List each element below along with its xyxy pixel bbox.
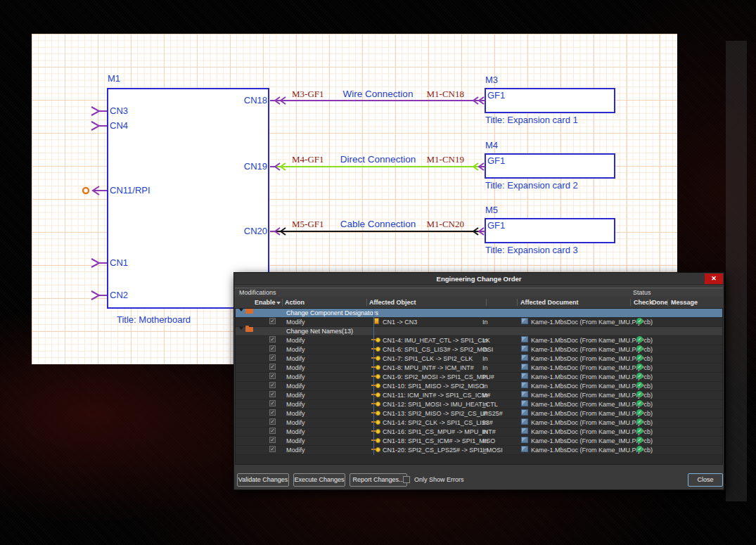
ecq-row[interactable]: ✓ModifyCN1-7: SPI1_CLK -> SPI2_CLKInKame… bbox=[236, 354, 722, 364]
ecq-row[interactable]: ✓ModifyCN1-18: SPI1_CS_ICM# -> SPI1_MISO… bbox=[236, 437, 722, 446]
net-icon bbox=[371, 391, 380, 397]
ecq-group-row[interactable]: Change Net Names(13) bbox=[236, 327, 722, 336]
ecq-row[interactable]: ✓ModifyCN1-11: ICM_INT# -> SPI1_CS_ICM#I… bbox=[236, 391, 722, 400]
col-affected-object[interactable]: Affected Object bbox=[369, 297, 416, 308]
row-enable-checkbox[interactable]: ✓ bbox=[269, 409, 276, 416]
row-document: Kame-1.MbsDoc (From Kame_IMU.PrjPcb) bbox=[531, 428, 653, 437]
col-affected-document[interactable]: Affected Document bbox=[520, 297, 579, 308]
card-m4-port[interactable]: GF1 bbox=[487, 155, 505, 166]
ecq-row[interactable]: ✓ModifyCN1-14: SPI2_CLK -> SPI1_CS_LIS3#… bbox=[236, 418, 722, 428]
net-icon bbox=[371, 364, 380, 370]
card-m3-title[interactable]: Title: Expansion card 1 bbox=[485, 115, 578, 125]
net-icon bbox=[371, 336, 380, 342]
pin-label-cn2[interactable]: CN2 bbox=[110, 290, 128, 300]
group-label: Change Component Designators bbox=[286, 309, 378, 318]
card-m3-port[interactable]: GF1 bbox=[487, 90, 505, 101]
row-document: Kame-1.MbsDoc (From Kame_IMU.PrjPcb) bbox=[531, 336, 653, 345]
document-icon bbox=[521, 400, 528, 406]
row-in-label: In bbox=[482, 446, 488, 455]
close-button[interactable]: Close bbox=[688, 473, 723, 487]
net-label-m1-cn20[interactable]: M1-CN20 bbox=[419, 219, 464, 230]
net-icon bbox=[371, 354, 380, 361]
pin-label-cn1[interactable]: CN1 bbox=[110, 257, 128, 268]
pin-label-cn3[interactable]: CN3 bbox=[110, 105, 128, 116]
group-label: Change Net Names(13) bbox=[286, 327, 353, 336]
only-show-errors-checkbox[interactable] bbox=[403, 476, 410, 483]
row-enable-checkbox[interactable]: ✓ bbox=[269, 364, 276, 370]
ecq-row[interactable]: ✓ModifyCN1-8: MPU_INT# -> ICM_INT#InKame… bbox=[236, 364, 722, 373]
status-check-icon: ✓ bbox=[636, 409, 643, 416]
card-m5-designator[interactable]: M5 bbox=[485, 205, 498, 215]
row-action: Modify bbox=[286, 400, 305, 409]
row-enable-checkbox[interactable]: ✓ bbox=[269, 318, 276, 324]
folder-icon bbox=[245, 309, 253, 314]
row-in-label: In bbox=[482, 391, 488, 400]
row-document: Kame-1.MbsDoc (From Kame_IMU.PrjPcb) bbox=[531, 364, 653, 373]
row-enable-checkbox[interactable]: ✓ bbox=[269, 437, 276, 443]
execute-changes-button[interactable]: Execute Changes bbox=[293, 473, 345, 487]
row-object: CN1-9: SPI2_MOSI -> SPI1_CS_MPU# bbox=[383, 373, 494, 382]
row-enable-checkbox[interactable]: ✓ bbox=[269, 345, 276, 352]
ecq-row[interactable]: ✓ModifyCN1-10: SPI1_MISO -> SPI2_MISOInK… bbox=[236, 382, 722, 391]
row-enable-checkbox[interactable]: ✓ bbox=[269, 382, 276, 388]
ecq-row[interactable]: ✓ModifyCN1-6: SPI1_CS_LIS3# -> SPI2_MOSI… bbox=[236, 345, 722, 354]
card-m4-title[interactable]: Title: Expansion card 2 bbox=[485, 180, 578, 191]
filter-caret-icon[interactable] bbox=[276, 302, 281, 304]
report-changes-button[interactable]: Report Changes... bbox=[350, 473, 407, 487]
pin-label-cn4[interactable]: CN4 bbox=[110, 120, 128, 131]
close-icon[interactable]: ✕ bbox=[705, 274, 723, 284]
row-in-label: In bbox=[482, 418, 488, 428]
status-check-icon: ✓ bbox=[636, 437, 643, 443]
ecq-row[interactable]: ✓ModifyCN1-20: SPI2_CS_LPS25# -> SPI1_MO… bbox=[236, 446, 722, 455]
ecq-row[interactable]: ✓ModifyCN1-13: SPI2_MISO -> SPI2_CS_LPS2… bbox=[236, 409, 722, 418]
expander-icon[interactable] bbox=[239, 309, 243, 312]
port-label-cn18[interactable]: CN18 bbox=[225, 95, 267, 105]
card-m5-title[interactable]: Title: Expansion card 3 bbox=[485, 245, 578, 255]
ecq-row[interactable]: ✓ModifyCN1-4: IMU_HEAT_CTL -> SPI1_CLKIn… bbox=[236, 336, 722, 345]
motherboard-designator[interactable]: M1 bbox=[108, 73, 120, 84]
motherboard-title[interactable]: Title: Motherboard bbox=[117, 314, 191, 325]
net-label-m1-cn19[interactable]: M1-CN19 bbox=[419, 154, 464, 165]
net-icon bbox=[371, 345, 380, 352]
ecq-row[interactable]: ✓ModifyCN1-9: SPI2_MOSI -> SPI1_CS_MPU#I… bbox=[236, 373, 722, 382]
row-object: CN1-18: SPI1_CS_ICM# -> SPI1_MISO bbox=[383, 437, 495, 446]
pin-label-cn11-rpi[interactable]: CN11/RPI bbox=[110, 185, 150, 195]
row-enable-checkbox[interactable]: ✓ bbox=[269, 428, 276, 434]
col-enable[interactable]: Enable bbox=[255, 297, 276, 308]
background-band bbox=[726, 41, 747, 501]
ecq-group-row[interactable]: Change Component Designators bbox=[236, 309, 722, 318]
row-action: Modify bbox=[286, 336, 305, 345]
document-icon bbox=[521, 345, 528, 352]
row-enable-checkbox[interactable]: ✓ bbox=[269, 354, 276, 361]
row-object: CN1-11: ICM_INT# -> SPI1_CS_ICM# bbox=[383, 391, 490, 400]
port-label-cn20[interactable]: CN20 bbox=[225, 226, 267, 236]
ecq-row[interactable]: ✓ModifyCN1-12: SPI1_MOSI -> IMU_HEAT_CTL… bbox=[236, 400, 722, 409]
col-action[interactable]: Action bbox=[285, 297, 305, 308]
ecq-row[interactable]: ✓ModifyCN1-16: SPI1_CS_MPU# -> MPU_INT#I… bbox=[236, 428, 722, 437]
col-done[interactable]: Done bbox=[652, 297, 668, 308]
card-m5-port[interactable]: GF1 bbox=[487, 220, 505, 231]
port-label-cn19[interactable]: CN19 bbox=[225, 161, 267, 172]
ecq-row[interactable]: ✓ModifyCN1 -> CN3InKame-1.MbsDoc (From K… bbox=[236, 318, 722, 327]
row-enable-checkbox[interactable]: ✓ bbox=[269, 391, 276, 397]
row-enable-checkbox[interactable]: ✓ bbox=[269, 336, 276, 342]
row-in-label: In bbox=[482, 354, 488, 364]
status-check-icon: ✓ bbox=[636, 418, 643, 425]
row-object: CN1-8: MPU_INT# -> ICM_INT# bbox=[383, 364, 474, 373]
row-enable-checkbox[interactable]: ✓ bbox=[269, 400, 276, 406]
status-check-icon: ✓ bbox=[636, 373, 643, 379]
ecq-dialog: Engineering Change Order ✕ Modifications… bbox=[233, 272, 724, 490]
row-object: CN1-4: IMU_HEAT_CTL -> SPI1_CLK bbox=[383, 336, 490, 345]
expander-icon[interactable] bbox=[239, 327, 243, 330]
row-document: Kame-1.MbsDoc (From Kame_IMU.PrjPcb) bbox=[531, 409, 653, 418]
document-icon bbox=[521, 428, 528, 434]
net-label-m1-cn18[interactable]: M1-CN18 bbox=[419, 89, 464, 100]
row-enable-checkbox[interactable]: ✓ bbox=[269, 418, 276, 425]
row-enable-checkbox[interactable]: ✓ bbox=[269, 373, 276, 379]
row-enable-checkbox[interactable]: ✓ bbox=[269, 446, 276, 452]
card-m3-designator[interactable]: M3 bbox=[485, 75, 498, 85]
document-icon bbox=[521, 318, 528, 324]
col-message[interactable]: Message bbox=[671, 297, 698, 308]
validate-changes-button[interactable]: Validate Changes bbox=[237, 473, 289, 487]
card-m4-designator[interactable]: M4 bbox=[485, 140, 498, 150]
